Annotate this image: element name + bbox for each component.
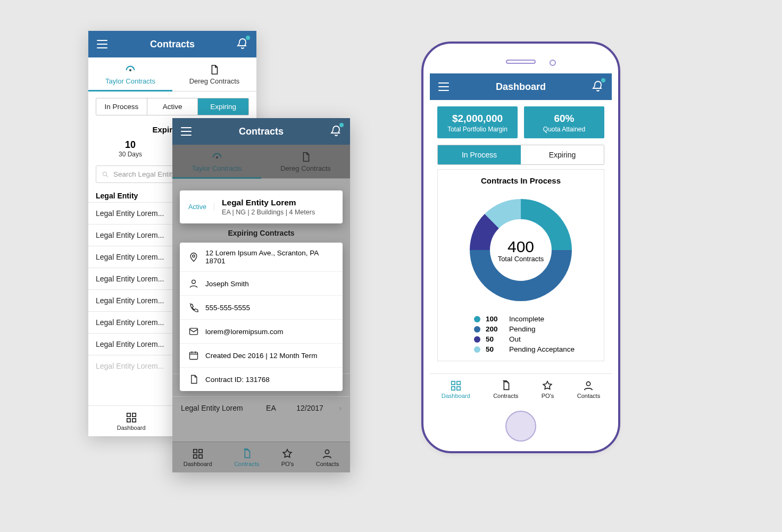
chart-title: Contracts In Process <box>438 170 604 188</box>
svg-rect-5 <box>127 418 130 421</box>
grid-icon <box>192 448 204 460</box>
bottom-nav: Dashboard Contracts PO's Contacts <box>430 373 612 404</box>
donut-chart: 400 Total Contracts <box>462 192 579 309</box>
nav-dashboard[interactable]: Dashboard <box>184 448 212 467</box>
phone-frame: Dashboard $2,000,000 Total Portfolio Mar… <box>421 41 620 453</box>
email-row[interactable]: lorem@loremipsum.com <box>180 319 343 343</box>
grid-icon <box>450 380 462 392</box>
contract-type-tabs: Taylor Contracts Dereg Contracts <box>88 57 256 92</box>
svg-point-22 <box>587 381 590 385</box>
notifications-button[interactable] <box>236 37 249 52</box>
svg-point-0 <box>129 69 131 71</box>
header-title: Contracts <box>239 126 284 137</box>
nav-dashboard[interactable]: Dashboard <box>117 412 146 431</box>
documents-icon <box>241 448 253 460</box>
contract-id-row: Contract ID: 131768 <box>180 367 343 391</box>
detail-popup: Active Legal Entity Lorem EA | NG | 2 Bu… <box>180 190 343 391</box>
legend-item: 200Pending <box>474 324 604 334</box>
chart-legend: 100Incomplete200Pending50Out50Pending Ac… <box>474 314 604 354</box>
header-title: Contracts <box>150 39 195 50</box>
table-row[interactable]: Legal Entity Lorem EA 12/2017 › <box>172 396 350 419</box>
phone-row[interactable]: 555-555-5555 <box>180 295 343 319</box>
entity-details-card: 12 Lorem Ipsum Ave., Scranton, PA 18701 … <box>180 243 343 391</box>
legend-swatch <box>474 346 480 353</box>
svg-rect-4 <box>132 413 136 416</box>
nav-contacts[interactable]: Contacts <box>316 448 339 467</box>
address-row[interactable]: 12 Lorem Ipsum Ave., Scranton, PA 18701 <box>180 243 343 271</box>
grid-icon <box>126 412 137 423</box>
entity-meta: EA | NG | 2 Buildings | 4 Meters <box>222 209 315 216</box>
notification-dot <box>246 36 250 40</box>
person-icon <box>583 380 594 392</box>
svg-rect-21 <box>457 386 460 389</box>
segment-in-process[interactable]: In Process <box>96 98 147 115</box>
stat-portfolio-margin[interactable]: $2,000,000 Total Portfolio Margin <box>437 106 518 138</box>
legend-value: 50 <box>486 345 504 353</box>
menu-icon[interactable] <box>96 38 109 51</box>
tab-expiring[interactable]: Expiring <box>521 145 604 164</box>
svg-point-17 <box>326 450 329 453</box>
nav-contracts[interactable]: Contracts <box>234 448 259 467</box>
term-row: Created Dec 2016 | 12 Month Term <box>180 343 343 367</box>
menu-icon[interactable] <box>180 125 193 138</box>
notifications-button[interactable] <box>330 124 343 139</box>
svg-rect-3 <box>127 413 130 416</box>
svg-rect-6 <box>132 418 136 421</box>
svg-rect-16 <box>199 454 202 458</box>
svg-rect-18 <box>451 381 454 384</box>
tab-dereg-contracts[interactable]: Dereg Contracts <box>172 57 256 91</box>
stat-cards: $2,000,000 Total Portfolio Margin 60% Qu… <box>430 100 612 138</box>
tab-taylor-contracts[interactable]: Taylor Contracts <box>88 57 172 91</box>
legend-label: Pending <box>509 325 536 333</box>
search-icon <box>102 171 109 178</box>
entity-header-card: Active Legal Entity Lorem EA | NG | 2 Bu… <box>180 190 343 223</box>
donut-center: 400 Total Contracts <box>462 192 579 309</box>
legend-item: 100Incomplete <box>474 314 604 324</box>
expiring-contracts-label: Expiring Contracts <box>180 229 343 237</box>
menu-icon[interactable] <box>437 80 450 93</box>
svg-rect-20 <box>451 386 454 389</box>
status-segmented: In Process Active Expiring <box>96 98 249 115</box>
legend-value: 100 <box>486 315 504 323</box>
nav-pos[interactable]: PO's <box>542 380 554 399</box>
phone-home-button[interactable] <box>505 411 536 442</box>
dashboard-screen: Dashboard $2,000,000 Total Portfolio Mar… <box>430 73 612 404</box>
svg-rect-13 <box>193 449 196 452</box>
tab-label: Dereg Contracts <box>189 77 240 85</box>
legend-label: Incomplete <box>509 315 544 323</box>
legend-label: Out <box>509 335 521 343</box>
person-icon <box>321 448 333 460</box>
tab-in-process[interactable]: In Process <box>438 145 521 164</box>
svg-point-1 <box>132 67 134 69</box>
tab-label: Taylor Contracts <box>105 77 155 85</box>
segment-active[interactable]: Active <box>147 98 198 115</box>
svg-rect-11 <box>190 328 198 335</box>
phone-speaker <box>506 60 536 64</box>
contracts-detail-screen: Contracts Taylor Contracts Dereg Contrac… <box>172 118 350 472</box>
legend-item: 50Out <box>474 334 604 344</box>
legend-swatch <box>474 326 480 332</box>
svg-point-9 <box>193 255 195 257</box>
gauge-icon <box>124 64 136 76</box>
status-badge: Active <box>188 203 214 211</box>
nav-pos[interactable]: PO's <box>281 448 294 467</box>
stat-quota-attained[interactable]: 60% Quota Attained <box>524 106 604 138</box>
notifications-button[interactable] <box>592 79 604 94</box>
entity-name: Legal Entity Lorem <box>222 198 315 207</box>
search-placeholder: Search Legal Entity <box>113 170 176 178</box>
nav-contracts[interactable]: Contracts <box>493 380 518 399</box>
nav-contacts[interactable]: Contacts <box>577 380 600 399</box>
bucket-30-days[interactable]: 10 30 Days <box>88 139 172 158</box>
contracts-chart-card: Contracts In Process 400 Total Contracts… <box>437 169 604 361</box>
header-title: Dashboard <box>496 81 546 93</box>
contact-row[interactable]: Joseph Smith <box>180 271 343 295</box>
legend-value: 200 <box>486 325 504 333</box>
svg-point-2 <box>103 172 106 176</box>
segment-expiring[interactable]: Expiring <box>197 98 248 115</box>
star-icon <box>542 380 553 392</box>
calendar-icon <box>188 350 199 361</box>
phone-camera <box>550 60 556 66</box>
nav-dashboard[interactable]: Dashboard <box>442 380 470 399</box>
legend-swatch <box>474 336 480 343</box>
notification-dot <box>339 123 344 127</box>
